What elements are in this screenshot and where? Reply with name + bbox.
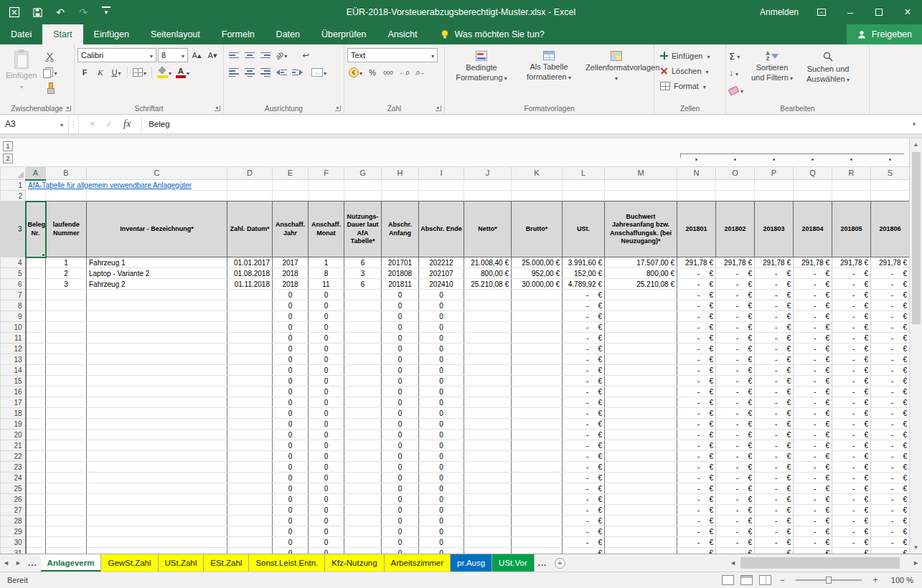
clipboard-dialog-launcher-icon[interactable] — [65, 105, 71, 111]
cell-A9[interactable] — [26, 311, 46, 322]
cell-Q15[interactable]: -€ — [794, 376, 832, 387]
cell-H23[interactable]: 0 — [382, 462, 419, 473]
row-header-12[interactable]: 12 — [1, 343, 26, 354]
cell-G29[interactable] — [344, 526, 382, 537]
cell-D17[interactable] — [227, 397, 273, 408]
cell-R21[interactable]: -€ — [832, 440, 871, 451]
cell-P29[interactable]: -€ — [755, 526, 794, 537]
cell-Q18[interactable]: -€ — [794, 408, 832, 419]
merge-center-button[interactable]: ↔ — [310, 65, 328, 80]
cell-O2[interactable] — [716, 191, 755, 201]
cell-F2[interactable] — [309, 191, 344, 201]
cell-F14[interactable]: 0 — [309, 365, 344, 376]
cell-styles-button[interactable]: Zellenformatvorlagen — [583, 48, 650, 83]
cell-N19[interactable]: -€ — [677, 419, 716, 430]
fill-color-button[interactable] — [156, 65, 173, 80]
cell-D25[interactable] — [227, 483, 273, 494]
cell-S7[interactable]: -€ — [871, 290, 910, 300]
cell-I17[interactable]: 0 — [419, 397, 464, 408]
cell-L31[interactable]: -€ — [563, 548, 605, 554]
cell-B4[interactable]: 1 — [46, 257, 87, 268]
cell-I3[interactable]: Abschr. Ende — [419, 201, 464, 257]
cell-P10[interactable]: -€ — [755, 322, 794, 333]
cell-P19[interactable]: -€ — [755, 419, 794, 430]
format-as-table-button[interactable]: Als Tabelle formatieren — [515, 48, 583, 82]
cell-C7[interactable] — [87, 290, 227, 300]
cell-R22[interactable]: -€ — [832, 451, 871, 462]
cell-I12[interactable]: 0 — [419, 343, 464, 354]
cell-F20[interactable]: 0 — [309, 430, 344, 440]
zoom-slider[interactable] — [796, 579, 862, 581]
cell-B20[interactable] — [46, 430, 87, 440]
cell-L29[interactable]: -€ — [563, 526, 605, 537]
cell-R31[interactable]: -€ — [832, 548, 871, 554]
cell-J3[interactable]: Netto* — [464, 201, 512, 257]
zoom-level[interactable]: 100 % — [886, 576, 913, 584]
cell-J4[interactable]: 21.008,40 € — [464, 257, 512, 268]
cell-I27[interactable]: 0 — [419, 505, 464, 516]
cell-P28[interactable]: -€ — [755, 516, 794, 526]
cell-B7[interactable] — [46, 290, 87, 300]
cell-S25[interactable]: -€ — [871, 483, 910, 494]
cell-M9[interactable] — [605, 311, 677, 322]
cell-H15[interactable]: 0 — [382, 376, 419, 387]
cell-P8[interactable]: -€ — [755, 300, 794, 311]
cell-J17[interactable] — [464, 397, 512, 408]
cell-L13[interactable]: -€ — [563, 354, 605, 365]
cell-K30[interactable] — [512, 537, 563, 548]
cell-K17[interactable] — [512, 397, 563, 408]
cell-Q7[interactable]: -€ — [794, 290, 832, 300]
cell-J31[interactable] — [464, 548, 512, 554]
cell-A21[interactable] — [26, 440, 46, 451]
cell-C11[interactable] — [87, 333, 227, 343]
cell-Q17[interactable]: -€ — [794, 397, 832, 408]
cell-F1[interactable] — [309, 180, 344, 191]
cell-M11[interactable] — [605, 333, 677, 343]
cell-G1[interactable] — [344, 180, 382, 191]
cell-N5[interactable]: -€ — [677, 268, 716, 279]
cell-S10[interactable]: -€ — [871, 322, 910, 333]
row-header-25[interactable]: 25 — [1, 483, 26, 494]
cell-P6[interactable]: -€ — [755, 279, 794, 290]
format-painter-button[interactable] — [42, 81, 58, 95]
cell-G22[interactable] — [344, 451, 382, 462]
cell-H8[interactable]: 0 — [382, 300, 419, 311]
ribbon-tab-formeln[interactable]: Formeln — [211, 24, 265, 44]
cell-G16[interactable] — [344, 387, 382, 397]
cell-K19[interactable] — [512, 419, 563, 430]
cell-G4[interactable]: 6 — [344, 257, 382, 268]
cell-G10[interactable] — [344, 322, 382, 333]
cell-E26[interactable]: 0 — [273, 494, 309, 505]
cell-L30[interactable]: -€ — [563, 537, 605, 548]
cell-N26[interactable]: -€ — [677, 494, 716, 505]
hscroll-left-icon[interactable]: ◄ — [727, 559, 739, 566]
cell-O15[interactable]: -€ — [716, 376, 755, 387]
cell-C9[interactable] — [87, 311, 227, 322]
cell-C14[interactable] — [87, 365, 227, 376]
cell-E30[interactable]: 0 — [273, 537, 309, 548]
minimize-button[interactable]: – — [845, 6, 856, 19]
cell-K15[interactable] — [512, 376, 563, 387]
cell-I23[interactable]: 0 — [419, 462, 464, 473]
cell-N28[interactable]: -€ — [677, 516, 716, 526]
cell-C25[interactable] — [87, 483, 227, 494]
cell-C21[interactable] — [87, 440, 227, 451]
cell-S31[interactable]: -€ — [871, 548, 910, 554]
cell-S6[interactable]: -€ — [871, 279, 910, 290]
cell-H2[interactable] — [382, 191, 419, 201]
cell-M4[interactable]: 17.507,00 € — [605, 257, 677, 268]
cell-M24[interactable] — [605, 473, 677, 483]
ribbon-tab-ansicht[interactable]: Ansicht — [377, 24, 428, 44]
cell-A31[interactable] — [26, 548, 46, 554]
col-header-L[interactable]: L — [563, 167, 605, 180]
row-header-9[interactable]: 9 — [1, 311, 26, 322]
save-icon[interactable] — [32, 6, 43, 19]
cell-M28[interactable] — [605, 516, 677, 526]
sheet-tab-anlageverm[interactable]: Anlageverm — [41, 554, 102, 572]
cell-J26[interactable] — [464, 494, 512, 505]
cell-Q21[interactable]: -€ — [794, 440, 832, 451]
cell-H9[interactable]: 0 — [382, 311, 419, 322]
sheet-overflow-right[interactable]: ... — [535, 554, 551, 572]
conditional-formatting-button[interactable]: Bedingte Formatierung — [448, 48, 515, 83]
cell-D21[interactable] — [227, 440, 273, 451]
